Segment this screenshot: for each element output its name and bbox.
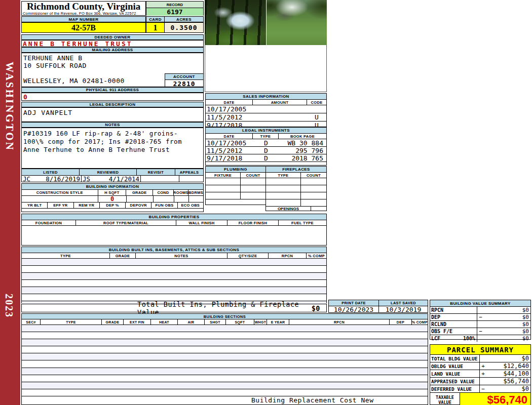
- builtins-qty-label: QTY/SIZE: [227, 253, 269, 258]
- mailing-address-label: MAILING ADDRESS: [21, 47, 204, 53]
- parcel-row-obldg: OBLDG VALUE + $12,640: [430, 362, 530, 370]
- yrblt-label: YR BLT: [22, 202, 48, 208]
- sec-whgt-label: WHGT: [254, 319, 267, 325]
- appeals-value: [179, 176, 203, 182]
- record-box: RECORD 6197: [146, 1, 204, 16]
- sec-heat-label: HEAT: [151, 319, 178, 325]
- physical-address-label: PHYSICAL 911 ADDRESS: [21, 87, 204, 93]
- floor-finish-label: FLOOR FINISH: [227, 220, 279, 225]
- wall-finish-label: WALL FINISH: [176, 220, 227, 225]
- deeded-owner-label: DEEDED OWNER: [21, 34, 204, 40]
- sidebar-district-label: WASHINGTON: [3, 62, 16, 151]
- builtins-total-row: Total Built Ins, Plumbing & Fireplace Va…: [21, 304, 327, 312]
- print-saved-box: PRINT DATE LAST SAVED 10/26/2023 10/3/20…: [328, 300, 428, 313]
- fixture-label: FIXTURE: [206, 173, 241, 178]
- builtins-rpcn-label: RPCN: [269, 253, 307, 258]
- building-information-table: BUILDING INFORMATION CONSTRUCTION STYLE …: [21, 183, 204, 212]
- openings-value: [311, 207, 326, 211]
- appeals-label: APPEALS: [175, 169, 203, 175]
- parcel-row-land: LAND VALUE + $44,100: [430, 370, 530, 377]
- sidebar-band: WASHINGTON 2023: [0, 0, 20, 405]
- effyr-label: EFF YR: [48, 202, 73, 208]
- mailing-line-1: TERHUNE ANNE B: [23, 54, 203, 62]
- bvs-row-rclnd: RCLND $0: [430, 320, 530, 328]
- builtins-comp-label: % COMP: [307, 253, 326, 258]
- ecoobs-label: ECO OBS: [178, 202, 203, 208]
- record-label: RECORD: [146, 2, 203, 8]
- notes-label: NOTES: [21, 122, 204, 128]
- listed-value: JC8/16/2019: [22, 176, 82, 182]
- bvs-row-lcf: LCF100% $0: [430, 335, 530, 342]
- notes-line-2: 100\% comp for 2017; Ins #2018-765 from: [23, 138, 203, 146]
- sales-amount-label: AMOUNT: [253, 100, 307, 105]
- instr-type-label: TYPE: [253, 134, 279, 139]
- builtins-label: BUILDING BUILT INS, BASEMENTS, ATTICS & …: [22, 247, 326, 253]
- builtins-type-label: TYPE: [22, 253, 110, 258]
- hsqft-value: 0: [98, 196, 127, 202]
- acres-value: 0.3500: [164, 22, 204, 33]
- legal-description-value: ADJ VANPELT: [21, 107, 204, 122]
- fireplace-type-label: TYPE: [266, 173, 301, 178]
- deeded-owner-value: ANNE B TERHUNE TRUST: [21, 40, 204, 47]
- map-number-label: MAP NUMBER: [21, 16, 146, 22]
- county-title: Richmond County, Virginia: [22, 2, 145, 11]
- rooms-label: ROOMS: [174, 190, 188, 195]
- revisit-label: REVISIT: [137, 169, 175, 175]
- fireplaces-table: FIREPLACES TYPE COUNT OPENINGS: [265, 166, 327, 211]
- mailing-line-2: 10 SUFFOLK ROAD: [23, 62, 203, 69]
- print-date-label: PRINT DATE: [329, 300, 379, 306]
- sec-air-label: AIR: [178, 319, 205, 325]
- taxable-value-label: TAXABLE VALUE: [430, 393, 460, 405]
- rooms-value: [174, 196, 189, 202]
- building-value-summary-label: BUILDING VALUE SUMMARY: [430, 300, 530, 307]
- plumbing-label: PLUMBING: [206, 167, 265, 173]
- legal-instruments-label: LEGAL INSTRUMENTS: [206, 128, 326, 134]
- listed-label: LISTED: [22, 169, 80, 175]
- parcel-row-taxable: TAXABLE VALUE $56,740: [430, 392, 530, 405]
- sec-rpcn-label: RPCN: [289, 319, 390, 325]
- sec-comp-label: % COMP: [412, 319, 428, 325]
- parcel-row-deferred: DEFERRED VALUE − $0: [430, 385, 530, 392]
- account-label: ACCOUNT: [165, 74, 203, 80]
- sec-num-label: SEC#: [22, 319, 41, 325]
- sales-code-label: CODE: [307, 100, 326, 105]
- revisit-value: [141, 176, 179, 182]
- deppct-label: DEP %: [100, 202, 126, 208]
- legal-instruments-table: LEGAL INSTRUMENTS DATE TYPE BOOK PAGE 10…: [205, 127, 327, 166]
- property-photo-waterfront: [205, 0, 266, 45]
- last-saved-value: 10/3/2019: [379, 306, 428, 313]
- construction-style-label: CONSTRUCTION STYLE: [22, 190, 98, 195]
- instrument-row-2: 11/5/2012 D 295 796: [206, 146, 326, 154]
- depovr-label: DEPOVR: [126, 202, 151, 208]
- roof-label: ROOF TYPE/MATERIAL: [76, 220, 176, 225]
- instr-bookpage-label: BOOK PAGE: [279, 134, 326, 139]
- foundation-label: FOUNDATION: [22, 220, 76, 225]
- card-label: CARD: [146, 16, 165, 22]
- sales-information-table: SALES INFORMATION DATE AMOUNT CODE 10/17…: [205, 93, 327, 127]
- property-record-card: WASHINGTON 2023 Richmond County, Virgini…: [0, 0, 532, 405]
- grade-label: GRADE: [126, 190, 153, 195]
- bvs-row-dep: DEP − $0: [430, 313, 530, 320]
- sec-dep-label: DEP: [390, 319, 412, 325]
- openings-label: OPENINGS: [266, 207, 311, 211]
- bvs-row-rpcn: RPCN $0: [430, 307, 530, 313]
- plumbing-table: PLUMBING FIXTURE COUNT: [205, 166, 266, 205]
- remyr-label: REM YR: [74, 202, 100, 208]
- construction-style-value: [22, 196, 98, 202]
- building-information-label: BUILDING INFORMATION: [22, 184, 203, 190]
- sec-eyear-label: E YEAR: [267, 319, 289, 325]
- bdrms-value: [189, 196, 203, 202]
- notes-block: P#10319 160 LF rip-rap & 2-48' groins- 1…: [21, 128, 204, 169]
- reviewed-label: REVIEWED: [80, 169, 137, 175]
- grade-value: [127, 196, 154, 202]
- sales-information-label: SALES INFORMATION: [206, 94, 326, 100]
- parcel-row-totalbldg: TOTAL BLDG VALUE $0: [430, 355, 530, 362]
- sec-shgt-label: SHGT: [205, 319, 226, 325]
- parcel-summary: PARCEL SUMMARY TOTAL BLDG VALUE $0 OBLDG…: [430, 344, 531, 405]
- instr-date-label: DATE: [206, 134, 253, 139]
- sec-type-label: TYPE: [41, 319, 102, 325]
- bvs-row-obsfe: OBS F/E − $0: [430, 328, 530, 335]
- acres-label: ACRES: [164, 16, 204, 22]
- building-sections-label: BUILDING SECTIONS: [22, 314, 428, 319]
- sales-row-2: 11/5/2012 U: [206, 113, 326, 121]
